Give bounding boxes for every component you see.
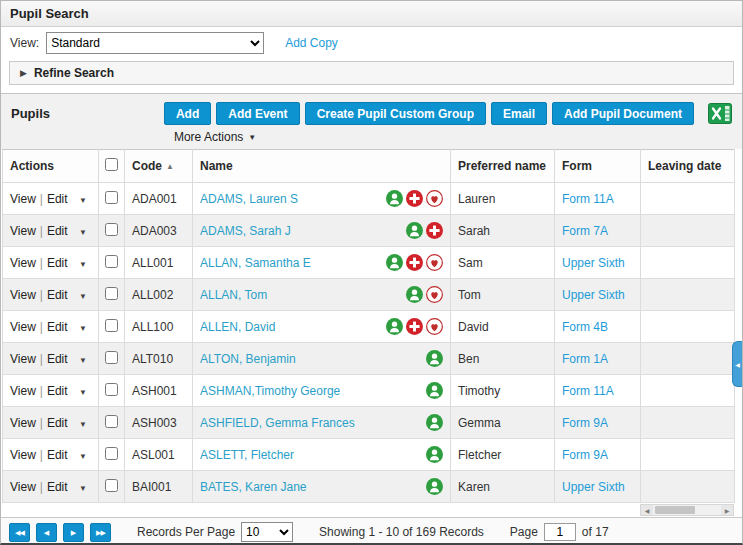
- row-edit-link[interactable]: Edit: [47, 448, 68, 462]
- header-leaving-date[interactable]: Leaving date: [641, 150, 735, 183]
- row-view-link[interactable]: View: [10, 416, 36, 430]
- row-view-link[interactable]: View: [10, 224, 36, 238]
- row-actions-dropdown-icon[interactable]: ▼: [79, 196, 87, 205]
- row-view-link[interactable]: View: [10, 320, 36, 334]
- row-checkbox[interactable]: [105, 383, 118, 396]
- row-edit-link[interactable]: Edit: [47, 384, 68, 398]
- row-checkbox[interactable]: [105, 223, 118, 236]
- row-form-link[interactable]: Form 9A: [562, 416, 608, 430]
- row-form-link[interactable]: Upper Sixth: [562, 288, 625, 302]
- medical-icon[interactable]: [406, 254, 423, 271]
- row-view-link[interactable]: View: [10, 384, 36, 398]
- welfare-icon[interactable]: [426, 318, 443, 335]
- row-actions-dropdown-icon[interactable]: ▼: [79, 452, 87, 461]
- row-checkbox[interactable]: [105, 447, 118, 460]
- profile-icon[interactable]: [386, 254, 403, 271]
- row-form-link[interactable]: Upper Sixth: [562, 480, 625, 494]
- row-checkbox[interactable]: [105, 351, 118, 364]
- add-pupil-document-button[interactable]: Add Pupil Document: [552, 102, 694, 125]
- profile-icon[interactable]: [406, 222, 423, 239]
- row-name-link[interactable]: ALLAN, Tom: [200, 288, 267, 302]
- row-form-link[interactable]: Form 11A: [562, 192, 614, 206]
- scroll-left-icon[interactable]: ◀: [641, 505, 653, 515]
- row-edit-link[interactable]: Edit: [47, 416, 68, 430]
- row-actions-dropdown-icon[interactable]: ▼: [79, 292, 87, 301]
- medical-icon[interactable]: [426, 222, 443, 239]
- row-actions-dropdown-icon[interactable]: ▼: [79, 388, 87, 397]
- row-form-link[interactable]: Form 1A: [562, 352, 608, 366]
- records-per-page-select[interactable]: 10: [241, 522, 293, 542]
- scrollbar-track[interactable]: [653, 505, 721, 515]
- row-actions-dropdown-icon[interactable]: ▼: [79, 356, 87, 365]
- profile-icon[interactable]: [426, 414, 443, 431]
- row-view-link[interactable]: View: [10, 288, 36, 302]
- welfare-icon[interactable]: [426, 190, 443, 207]
- create-pupil-custom-group-button[interactable]: Create Pupil Custom Group: [305, 102, 486, 125]
- email-button[interactable]: Email: [491, 102, 547, 125]
- welfare-icon[interactable]: [426, 286, 443, 303]
- header-form[interactable]: Form: [555, 150, 641, 183]
- row-checkbox[interactable]: [105, 415, 118, 428]
- row-checkbox[interactable]: [105, 191, 118, 204]
- profile-icon[interactable]: [386, 190, 403, 207]
- row-edit-link[interactable]: Edit: [47, 224, 68, 238]
- scroll-right-icon[interactable]: ▶: [721, 505, 733, 515]
- profile-icon[interactable]: [386, 318, 403, 335]
- profile-icon[interactable]: [406, 286, 423, 303]
- more-actions-dropdown[interactable]: More Actions ▼: [174, 130, 256, 144]
- first-page-button[interactable]: ◀◀: [9, 523, 30, 542]
- row-checkbox[interactable]: [105, 287, 118, 300]
- row-edit-link[interactable]: Edit: [47, 480, 68, 494]
- medical-icon[interactable]: [406, 318, 423, 335]
- row-actions-dropdown-icon[interactable]: ▼: [79, 484, 87, 493]
- select-all-checkbox[interactable]: [105, 158, 118, 171]
- row-name-link[interactable]: ALLEN, David: [200, 320, 275, 334]
- row-actions-dropdown-icon[interactable]: ▼: [79, 228, 87, 237]
- row-edit-link[interactable]: Edit: [47, 192, 68, 206]
- row-name-link[interactable]: ASHMAN,Timothy George: [200, 384, 340, 398]
- row-view-link[interactable]: View: [10, 192, 36, 206]
- profile-icon[interactable]: [426, 382, 443, 399]
- row-view-link[interactable]: View: [10, 480, 36, 494]
- row-form-link[interactable]: Form 11A: [562, 384, 614, 398]
- previous-page-button[interactable]: ◀: [36, 523, 57, 542]
- row-name-link[interactable]: ALTON, Benjamin: [200, 352, 296, 366]
- profile-icon[interactable]: [426, 478, 443, 495]
- expand-panel-tab[interactable]: ◀: [732, 341, 742, 387]
- row-name-link[interactable]: ASHFIELD, Gemma Frances: [200, 416, 355, 430]
- profile-icon[interactable]: [426, 446, 443, 463]
- row-form-link[interactable]: Form 7A: [562, 224, 608, 238]
- row-checkbox[interactable]: [105, 479, 118, 492]
- row-checkbox[interactable]: [105, 319, 118, 332]
- header-preferred-name[interactable]: Preferred name: [451, 150, 555, 183]
- row-form-link[interactable]: Form 4B: [562, 320, 608, 334]
- row-name-link[interactable]: ADAMS, Sarah J: [200, 224, 291, 238]
- row-view-link[interactable]: View: [10, 256, 36, 270]
- excel-export-icon[interactable]: [708, 103, 732, 127]
- row-form-link[interactable]: Upper Sixth: [562, 256, 625, 270]
- row-actions-dropdown-icon[interactable]: ▼: [79, 260, 87, 269]
- header-name[interactable]: Name: [193, 150, 451, 183]
- profile-icon[interactable]: [426, 350, 443, 367]
- page-number-input[interactable]: [544, 523, 576, 541]
- row-edit-link[interactable]: Edit: [47, 288, 68, 302]
- scrollbar-thumb[interactable]: [655, 506, 695, 514]
- row-edit-link[interactable]: Edit: [47, 352, 68, 366]
- row-edit-link[interactable]: Edit: [47, 320, 68, 334]
- row-name-link[interactable]: ADAMS, Lauren S: [200, 192, 298, 206]
- row-name-link[interactable]: BATES, Karen Jane: [200, 480, 307, 494]
- row-actions-dropdown-icon[interactable]: ▼: [79, 420, 87, 429]
- row-name-link[interactable]: ASLETT, Fletcher: [200, 448, 294, 462]
- refine-search-toggle[interactable]: ▶ Refine Search: [9, 61, 734, 85]
- last-page-button[interactable]: ▶▶: [90, 523, 111, 542]
- next-page-button[interactable]: ▶: [63, 523, 84, 542]
- row-view-link[interactable]: View: [10, 448, 36, 462]
- row-form-link[interactable]: Form 9A: [562, 448, 608, 462]
- row-view-link[interactable]: View: [10, 352, 36, 366]
- header-code[interactable]: Code▲: [125, 150, 193, 183]
- add-copy-link[interactable]: Add Copy: [285, 36, 338, 50]
- row-name-link[interactable]: ALLAN, Samantha E: [200, 256, 311, 270]
- add-button[interactable]: Add: [164, 102, 211, 125]
- welfare-icon[interactable]: [426, 254, 443, 271]
- view-select[interactable]: Standard: [46, 32, 264, 54]
